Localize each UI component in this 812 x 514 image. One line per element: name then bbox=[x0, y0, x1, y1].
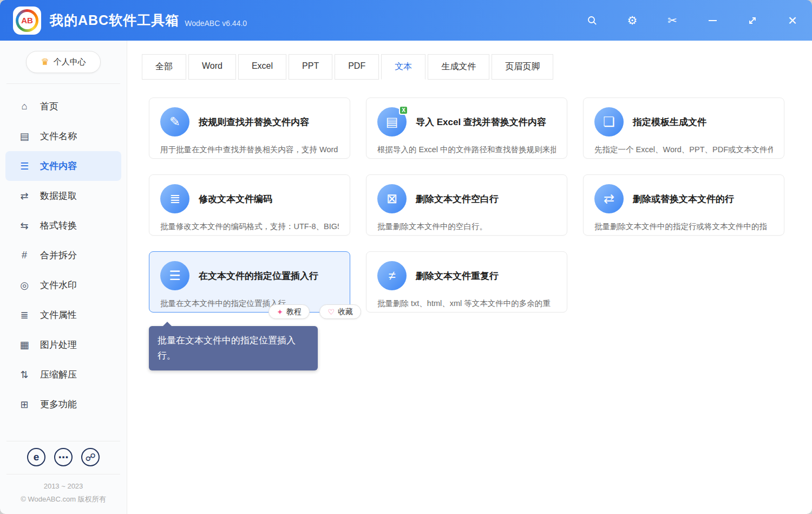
tool-card-doc-edit[interactable]: ✎按规则查找并替换文件内容用于批量在文件中查找并替换相关内容，支持 Word bbox=[149, 97, 350, 159]
sidebar-item-format-convert[interactable]: ⇆格式转换 bbox=[5, 211, 121, 240]
app-title: 我的ABC软件工具箱 bbox=[50, 11, 179, 29]
tooltip-text: 批量在文本文件中的指定位置插入行。 bbox=[158, 335, 296, 361]
sidebar-item-file-name[interactable]: ▤文件名称 bbox=[5, 121, 121, 151]
logo-ring-icon: AB bbox=[16, 9, 38, 32]
app-logo: AB bbox=[13, 6, 41, 35]
favorite-button[interactable]: ♡收藏 bbox=[319, 304, 361, 319]
sidebar-item-label: 文件水印 bbox=[40, 279, 77, 291]
sidebar-item-label: 图片处理 bbox=[40, 339, 77, 351]
tab-excel[interactable]: Excel bbox=[238, 54, 286, 80]
settings-icon[interactable]: ⚙ bbox=[626, 14, 639, 27]
sidebar-nav: ⌂首页▤文件名称☰文件内容⇄数据提取⇆格式转换#合并拆分◎文件水印≣文件属性▦图… bbox=[0, 84, 127, 419]
tool-card-delete-blank[interactable]: ⊠删除文本文件空白行批量删除文本文件中的空白行。 bbox=[366, 174, 567, 236]
tooltip-arrow bbox=[163, 322, 172, 326]
sidebar-item-merge-split[interactable]: #合并拆分 bbox=[5, 240, 121, 270]
file-properties-icon: ≣ bbox=[18, 309, 30, 321]
tab-header-footer[interactable]: 页眉页脚 bbox=[492, 54, 553, 80]
scissors-icon[interactable]: ✂ bbox=[666, 14, 679, 27]
card-desc: 根据导入的 Excel 中的文件路径和查找替换规则来批 bbox=[377, 145, 556, 155]
profile-label: 个人中心 bbox=[54, 57, 86, 67]
tab-all[interactable]: 全部 bbox=[142, 54, 186, 80]
card-grid: ✎按规则查找并替换文件内容用于批量在文件中查找并替换相关内容，支持 Word▤X… bbox=[127, 80, 812, 313]
profile-button[interactable]: ♛ 个人中心 bbox=[26, 51, 100, 73]
card-desc: 批量删除文本文件中的指定行或将文本文件中的指 bbox=[594, 222, 773, 232]
card-title: 导入 Excel 查找并替换文件内容 bbox=[416, 116, 546, 128]
crown-icon: ♛ bbox=[41, 56, 49, 68]
tool-card-doc-encoding[interactable]: ≣修改文本文件编码批量修改文本文件的编码格式，支持：UTF-8、BIG5 bbox=[149, 174, 350, 236]
tab-ppt[interactable]: PPT bbox=[289, 54, 332, 80]
lightbulb-icon: ✦ bbox=[277, 308, 283, 316]
card-title: 在文本文件的指定位置插入行 bbox=[199, 270, 318, 282]
sidebar-item-label: 文件属性 bbox=[40, 309, 77, 321]
tool-card-swap-lines[interactable]: ⇄删除或替换文本文件的行批量删除文本文件中的指定行或将文本文件中的指 bbox=[583, 174, 784, 236]
more-features-icon: ⊞ bbox=[18, 399, 30, 411]
home-icon: ⌂ bbox=[18, 101, 30, 112]
doc-edit-icon: ✎ bbox=[160, 107, 189, 136]
app-window: AB 我的ABC软件工具箱 WodeABC v6.44.0 ⚙ ✂ × ♛ 个人… bbox=[0, 0, 812, 514]
tool-card-dedupe-lines[interactable]: ≠删除文本文件重复行批量删除 txt、html、xml 等文本文件中的多余的重 bbox=[366, 251, 567, 313]
tutorial-button[interactable]: ✦教程 bbox=[269, 304, 310, 319]
file-name-icon: ▤ bbox=[18, 131, 30, 142]
titlebar: AB 我的ABC软件工具箱 WodeABC v6.44.0 ⚙ ✂ × bbox=[0, 0, 812, 41]
app-version: WodeABC v6.44.0 bbox=[185, 19, 247, 28]
sidebar-item-file-properties[interactable]: ≣文件属性 bbox=[5, 300, 121, 330]
compress-icon: ⇅ bbox=[18, 369, 30, 381]
resize-button[interactable] bbox=[746, 14, 759, 27]
sidebar-item-label: 首页 bbox=[40, 100, 58, 113]
insert-lines-icon: ☰ bbox=[160, 261, 189, 290]
card-desc: 批量在文本文件中的指定位置插入行。 bbox=[160, 298, 339, 309]
card-title: 指定模板生成文件 bbox=[633, 116, 706, 128]
card-desc: 用于批量在文件中查找并替换相关内容，支持 Word bbox=[160, 145, 339, 155]
card-title: 删除文本文件重复行 bbox=[416, 270, 499, 282]
card-title: 按规则查找并替换文件内容 bbox=[199, 116, 309, 128]
tool-card-insert-lines[interactable]: ☰在文本文件的指定位置插入行批量在文本文件中的指定位置插入行。✦教程♡收藏 bbox=[149, 251, 350, 313]
tab-generate-file[interactable]: 生成文件 bbox=[428, 54, 489, 80]
close-button[interactable]: × bbox=[786, 14, 799, 27]
doc-encoding-icon: ≣ bbox=[160, 184, 189, 213]
chat-icon[interactable]: ⋯ bbox=[54, 448, 73, 466]
sidebar-item-file-content[interactable]: ☰文件内容 bbox=[5, 151, 121, 181]
tool-card-doc-excel[interactable]: ▤X导入 Excel 查找并替换文件内容根据导入的 Excel 中的文件路径和查… bbox=[366, 97, 567, 159]
sidebar-item-label: 文件名称 bbox=[40, 130, 77, 142]
main-content: 全部WordExcelPPTPDF文本生成文件页眉页脚 ✎按规则查找并替换文件内… bbox=[127, 41, 812, 514]
sidebar-item-label: 数据提取 bbox=[40, 190, 77, 202]
sidebar-item-watermark[interactable]: ◎文件水印 bbox=[5, 270, 121, 300]
tab-bar: 全部WordExcelPPTPDF文本生成文件页眉页脚 bbox=[142, 54, 812, 80]
card-title: 修改文本文件编码 bbox=[199, 193, 272, 205]
watermark-icon: ◎ bbox=[18, 279, 30, 291]
sidebar-item-label: 更多功能 bbox=[40, 398, 77, 411]
card-desc: 批量删除文本文件中的空白行。 bbox=[377, 222, 556, 232]
doc-template-icon: ❏ bbox=[594, 107, 624, 136]
footer-copyright: © WodeABC.com 版权所有 bbox=[6, 493, 120, 505]
sidebar-item-more-features[interactable]: ⊞更多功能 bbox=[5, 389, 121, 419]
swap-lines-icon: ⇄ bbox=[594, 184, 624, 213]
sidebar-quick-icons: e⋯☍ bbox=[6, 441, 120, 474]
heart-icon: ♡ bbox=[328, 308, 335, 316]
sidebar-item-data-extract[interactable]: ⇄数据提取 bbox=[5, 181, 121, 211]
sidebar-item-compress[interactable]: ⇅压缩解压 bbox=[5, 360, 121, 389]
logo-text: AB bbox=[21, 16, 33, 25]
sidebar: ♛ 个人中心 ⌂首页▤文件名称☰文件内容⇄数据提取⇆格式转换#合并拆分◎文件水印… bbox=[0, 41, 127, 514]
sidebar-item-label: 格式转换 bbox=[40, 219, 77, 232]
sidebar-item-home[interactable]: ⌂首页 bbox=[5, 92, 121, 121]
image-process-icon: ▦ bbox=[18, 339, 30, 351]
card-desc: 批量删除 txt、html、xml 等文本文件中的多余的重 bbox=[377, 298, 556, 309]
browser-icon[interactable]: e bbox=[27, 448, 45, 466]
tab-text[interactable]: 文本 bbox=[381, 54, 425, 80]
share-icon[interactable]: ☍ bbox=[81, 448, 100, 466]
doc-excel-icon: ▤X bbox=[377, 107, 407, 136]
tab-pdf[interactable]: PDF bbox=[335, 54, 379, 80]
delete-blank-icon: ⊠ bbox=[377, 184, 407, 213]
data-extract-icon: ⇄ bbox=[18, 190, 30, 202]
sidebar-item-image-process[interactable]: ▦图片处理 bbox=[5, 330, 121, 360]
card-desc: 批量修改文本文件的编码格式，支持：UTF-8、BIG5 bbox=[160, 222, 339, 232]
sidebar-item-label: 文件内容 bbox=[40, 160, 77, 172]
titlebar-actions: ⚙ ✂ × bbox=[586, 14, 799, 27]
format-convert-icon: ⇆ bbox=[18, 220, 30, 232]
tab-word[interactable]: Word bbox=[188, 54, 236, 80]
search-icon[interactable] bbox=[586, 14, 599, 27]
tool-card-doc-template[interactable]: ❏指定模板生成文件先指定一个 Excel、Word、PPT、PDF或文本文件作 bbox=[583, 97, 784, 159]
tooltip: 批量在文本文件中的指定位置插入行。 bbox=[149, 326, 318, 370]
minimize-button[interactable] bbox=[706, 14, 719, 27]
card-title: 删除或替换文本文件的行 bbox=[633, 193, 734, 205]
